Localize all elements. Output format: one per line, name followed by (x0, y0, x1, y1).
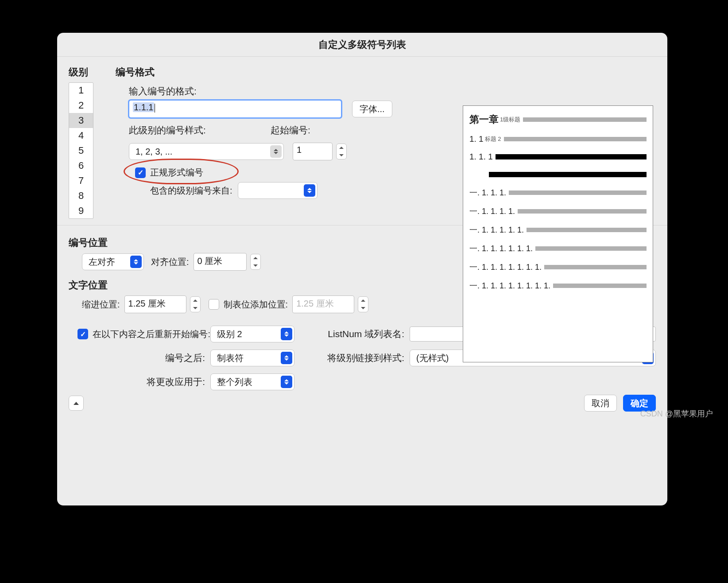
indent-at-label: 缩进位置: (82, 299, 120, 311)
apply-to-label: 将更改应用于: (69, 376, 210, 388)
preview-l7: 一. 1. 1. 1. 1. 1. (469, 225, 524, 235)
text-caret-icon (155, 104, 155, 113)
tab-add-stepper (358, 296, 368, 312)
after-number-label: 编号之后: (69, 352, 210, 364)
start-at-label: 起始编号: (271, 124, 310, 136)
level-item-5[interactable]: 5 (69, 143, 93, 158)
align-at-label: 对齐位置: (151, 256, 189, 268)
start-at-input[interactable]: 1 (293, 143, 333, 160)
preview-l3-num: 1. 1. 1 (469, 152, 493, 162)
tab-add-input: 1.25 厘米 (292, 295, 354, 313)
level-item-2[interactable]: 2 (69, 98, 93, 113)
restart-checkbox[interactable]: ✓ (77, 329, 88, 339)
level-item-3[interactable]: 3 (69, 113, 93, 128)
dialog-window: 自定义多级符号列表 级别 1 2 3 4 5 6 7 8 9 (57, 33, 667, 505)
number-style-select[interactable]: 1, 2, 3, ... (129, 143, 284, 160)
chevron-updown-icon (281, 352, 292, 364)
number-style-label: 此级别的编号样式: (129, 124, 262, 136)
alignment-value: 左对齐 (89, 256, 115, 268)
preview-l2-sub: 标题 2 (485, 135, 501, 143)
number-format-input[interactable]: 1.1.1 (129, 100, 341, 118)
preview-pane: 第一章1级标题 1. 1标题 2 1. 1. 1 一. 1. 1. 1. 一. … (463, 105, 653, 362)
preview-l1-sub: 1级标题 (500, 116, 520, 124)
watermark: CSDN @黑苹果用户 (640, 408, 713, 419)
chevron-updown-icon (281, 328, 292, 340)
include-from-select[interactable] (238, 182, 318, 199)
format-header: 编号格式 (116, 66, 427, 79)
level-item-7[interactable]: 7 (69, 173, 93, 188)
apply-to-select[interactable]: 整个列表 (210, 373, 294, 390)
preview-l5: 一. 1. 1. 1. (469, 187, 506, 198)
after-number-value: 制表符 (217, 352, 244, 364)
indent-at-input[interactable]: 1.25 厘米 (124, 295, 186, 313)
chevron-updown-icon (304, 184, 315, 197)
level-header: 级别 (69, 66, 104, 79)
link-style-value: (无样式) (416, 352, 449, 364)
indent-at-stepper[interactable] (190, 296, 201, 312)
dialog-title: 自定义多级符号列表 (57, 33, 667, 57)
after-number-select[interactable]: 制表符 (210, 350, 294, 366)
chevron-updown-icon (281, 376, 292, 388)
apply-to-value: 整个列表 (217, 376, 252, 388)
tab-add-label: 制表位添加位置: (224, 299, 288, 311)
preview-l6: 一. 1. 1. 1. 1. (469, 206, 515, 217)
legal-format-checkbox[interactable]: ✓ (135, 167, 146, 178)
font-button[interactable]: 字体... (352, 101, 392, 117)
level-list[interactable]: 1 2 3 4 5 6 7 8 9 (69, 82, 93, 219)
align-at-stepper[interactable] (250, 254, 261, 270)
restart-level-select[interactable]: 级别 2 (210, 326, 294, 342)
align-at-input[interactable]: 0 厘米 (194, 253, 247, 271)
chevron-updown-icon (270, 145, 282, 158)
collapse-button[interactable] (69, 396, 84, 411)
preview-l10: 一. 1. 1. 1. 1. 1. 1. 1. 1. (469, 280, 550, 291)
tab-add-checkbox[interactable] (209, 299, 219, 310)
number-format-value: 1.1.1 (133, 102, 154, 112)
level-item-4[interactable]: 4 (69, 128, 93, 143)
preview-l1-num: 第一章 (469, 113, 499, 126)
enter-format-label: 输入编号的格式: (129, 85, 197, 97)
cancel-button[interactable]: 取消 (584, 395, 617, 412)
link-style-label: 将级别链接到样式: (317, 352, 410, 364)
restart-level-value: 级别 2 (217, 328, 242, 340)
preview-l2-num: 1. 1 (469, 134, 484, 144)
include-from-label: 包含的级别编号来自: (150, 185, 232, 197)
level-item-9[interactable]: 9 (69, 203, 93, 218)
preview-l9: 一. 1. 1. 1. 1. 1. 1. 1. (469, 262, 542, 272)
alignment-select[interactable]: 左对齐 (82, 253, 144, 270)
legal-format-label: 正规形式编号 (150, 167, 203, 179)
listnum-label: ListNum 域列表名: (317, 328, 410, 340)
number-style-value: 1, 2, 3, ... (136, 147, 172, 157)
restart-label: 在以下内容之后重新开始编号: (93, 328, 210, 340)
start-at-stepper[interactable] (336, 144, 347, 159)
level-item-6[interactable]: 6 (69, 158, 93, 173)
preview-l8: 一. 1. 1. 1. 1. 1. 1. (469, 243, 533, 254)
chevron-updown-icon (130, 256, 142, 268)
level-item-8[interactable]: 8 (69, 188, 93, 203)
level-item-1[interactable]: 1 (69, 83, 93, 98)
